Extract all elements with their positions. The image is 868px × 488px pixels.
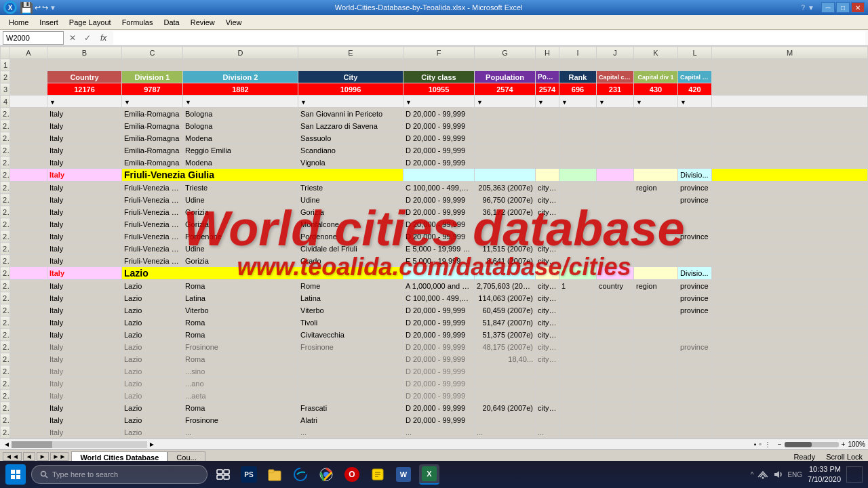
filter-G[interactable]: ▼ (475, 96, 536, 108)
cell-3M[interactable] (712, 83, 868, 96)
col-header-M[interactable]: M (712, 47, 868, 59)
horizontal-scrollbar[interactable]: ◄ ► ▪ ▫ ⋮ − + 100% (0, 439, 868, 449)
filter-F[interactable]: ▼ (403, 96, 475, 108)
header-country[interactable]: Country (47, 71, 122, 83)
cell-M[interactable] (712, 108, 868, 120)
filter-D[interactable]: ▼ (183, 96, 298, 108)
next-tab-button[interactable]: ► (37, 452, 49, 461)
count-population[interactable]: 2574 (475, 83, 536, 96)
start-button[interactable] (5, 464, 26, 485)
taskbar-icon-opera[interactable]: O (342, 464, 362, 485)
col-header-A[interactable]: A (10, 47, 47, 59)
cell-cap1[interactable] (597, 108, 634, 120)
cell-1D[interactable] (183, 59, 298, 71)
menu-item-home[interactable]: Home (3, 17, 34, 28)
cell-1F[interactable] (403, 59, 475, 71)
filter-L[interactable]: ▼ (678, 96, 712, 108)
cell-1J[interactable] (597, 59, 634, 71)
prev-tab-button[interactable]: ◄ (23, 452, 35, 461)
filter-I[interactable]: ▼ (559, 96, 597, 108)
page-layout-icon[interactable]: ▫ (759, 441, 762, 448)
col-header-F[interactable]: F (403, 47, 475, 59)
cell-pop[interactable] (475, 108, 536, 120)
col-header-C[interactable]: C (122, 47, 183, 59)
zoom-thumb[interactable] (785, 442, 812, 447)
tray-expand-icon[interactable]: ^ (751, 471, 754, 479)
cell-popsrc[interactable] (536, 108, 559, 120)
count-city[interactable]: 10996 (298, 83, 403, 96)
filter-E[interactable]: ▼ (298, 96, 403, 108)
cell-1K[interactable] (634, 59, 678, 71)
count-country[interactable]: 12176 (47, 83, 122, 96)
cell-div1[interactable]: Emilia-Romagna (122, 108, 183, 120)
menu-item-insert[interactable]: Insert (34, 17, 64, 28)
col-header-K[interactable]: K (634, 47, 678, 59)
scroll-right-icon[interactable]: ► (149, 441, 155, 448)
header-div2[interactable]: Division 2 (183, 71, 298, 83)
filter-B[interactable]: ▼ (47, 96, 122, 108)
taskbar-icon-excel[interactable]: X (419, 464, 439, 485)
cell-3A[interactable] (10, 83, 47, 96)
count-cap1[interactable]: 231 (597, 83, 634, 96)
col-header-J[interactable]: J (597, 47, 634, 59)
count-div2[interactable]: 1882 (183, 83, 298, 96)
last-tab-button[interactable]: ►► (50, 452, 69, 461)
filter-A[interactable] (10, 96, 47, 108)
maximize-button[interactable]: □ (836, 2, 850, 13)
scroll-thumb[interactable] (12, 441, 52, 448)
zoom-slider[interactable] (785, 442, 839, 447)
normal-view-icon[interactable]: ▪ (754, 441, 757, 448)
cell-rank[interactable] (559, 108, 597, 120)
count-cap3[interactable]: 420 (678, 83, 712, 96)
taskbar-icon-powershell[interactable]: PS (239, 464, 259, 485)
filter-C[interactable]: ▼ (122, 96, 183, 108)
filter-H[interactable]: ▼ (536, 96, 559, 108)
search-box[interactable]: Type here to search (31, 465, 208, 484)
col-header-D[interactable]: D (183, 47, 298, 59)
menu-item-pagelayout[interactable]: Page Layout (64, 17, 117, 28)
header-population[interactable]: Population (475, 71, 536, 83)
minimize-button[interactable]: ─ (821, 2, 835, 13)
formula-input[interactable] (113, 31, 865, 45)
taskbar-icon-word[interactable]: W (393, 464, 414, 485)
zoom-in-icon[interactable]: + (842, 441, 846, 448)
count-div1[interactable]: 9787 (122, 83, 183, 96)
cell-cityclass[interactable]: D 20,000 - 99,999 (403, 108, 475, 120)
filter-J[interactable]: ▼ (597, 96, 634, 108)
col-header-H[interactable]: H (536, 47, 559, 59)
close-button[interactable]: ✕ (851, 2, 865, 13)
cell-1A[interactable] (10, 59, 47, 71)
scroll-track[interactable] (12, 441, 147, 448)
menu-item-formulas[interactable]: Formulas (117, 17, 159, 28)
count-cityclass[interactable]: 10955 (403, 83, 475, 96)
show-desktop-button[interactable] (846, 466, 863, 483)
zoom-out-icon[interactable]: − (778, 441, 782, 448)
cell-city[interactable]: San Giovanni in Periceto (298, 108, 403, 120)
toolbar-dropdown-icon[interactable]: ▼ (50, 4, 56, 12)
scroll-left-icon[interactable]: ◄ (3, 441, 10, 448)
col-header-L[interactable]: L (678, 47, 712, 59)
cell-1G[interactable] (475, 59, 536, 71)
fx-button[interactable]: fx (96, 33, 111, 43)
cell-reference-input[interactable] (3, 31, 64, 45)
count-rank[interactable]: 696 (559, 83, 597, 96)
cell-1M[interactable] (712, 59, 868, 71)
cell-A[interactable] (10, 108, 47, 120)
cell-2A[interactable] (10, 71, 47, 83)
header-div1[interactable]: Division 1 (122, 71, 183, 83)
menu-item-data[interactable]: Data (158, 17, 184, 28)
cell-cap3[interactable] (678, 108, 712, 120)
header-capital-div1[interactable]: Capital div 1 (634, 71, 678, 83)
redo-icon[interactable]: ↪ (42, 3, 48, 12)
help-icon[interactable]: ? (802, 4, 806, 12)
taskbar-icon-edge[interactable] (290, 464, 311, 485)
cell-1L[interactable] (678, 59, 712, 71)
cell-country[interactable]: Italy (47, 108, 122, 120)
cell-1E[interactable] (298, 59, 403, 71)
taskbar-icon-chrome[interactable] (316, 464, 336, 485)
taskbar-icon-explorer[interactable] (264, 464, 285, 485)
col-header-I[interactable]: I (559, 47, 597, 59)
cell-div2[interactable]: Bologna (183, 108, 298, 120)
header-capital-country[interactable]: Capital country (597, 71, 634, 83)
menu-item-view[interactable]: View (220, 17, 248, 28)
